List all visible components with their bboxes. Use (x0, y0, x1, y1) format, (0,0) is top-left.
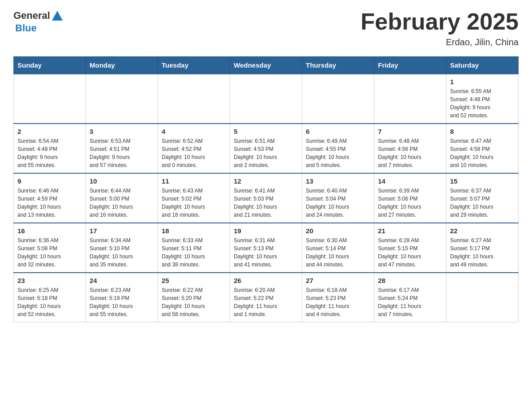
day-number: 21 (378, 227, 442, 235)
day-number: 13 (306, 177, 370, 185)
calendar-cell: 4Sunrise: 6:52 AM Sunset: 4:52 PM Daylig… (158, 124, 230, 173)
calendar-cell: 19Sunrise: 6:31 AM Sunset: 5:13 PM Dayli… (230, 223, 302, 273)
calendar-title: February 2025 (360, 9, 519, 34)
day-info: Sunrise: 6:52 AM Sunset: 4:52 PM Dayligh… (162, 137, 226, 169)
calendar-cell: 28Sunrise: 6:17 AM Sunset: 5:24 PM Dayli… (374, 273, 446, 322)
day-info: Sunrise: 6:28 AM Sunset: 5:15 PM Dayligh… (378, 236, 442, 269)
calendar-cell: 6Sunrise: 6:49 AM Sunset: 4:55 PM Daylig… (302, 124, 374, 173)
calendar-cell (302, 74, 374, 124)
calendar-cell: 17Sunrise: 6:34 AM Sunset: 5:10 PM Dayli… (86, 223, 158, 273)
day-number: 28 (378, 277, 442, 284)
day-info: Sunrise: 6:34 AM Sunset: 5:10 PM Dayligh… (90, 236, 154, 269)
calendar-cell: 13Sunrise: 6:40 AM Sunset: 5:04 PM Dayli… (302, 173, 374, 223)
calendar-week-row: 23Sunrise: 6:25 AM Sunset: 5:18 PM Dayli… (14, 273, 519, 322)
day-info: Sunrise: 6:18 AM Sunset: 5:23 PM Dayligh… (306, 286, 370, 318)
day-info: Sunrise: 6:43 AM Sunset: 5:02 PM Dayligh… (162, 187, 226, 219)
calendar-cell: 18Sunrise: 6:33 AM Sunset: 5:11 PM Dayli… (158, 223, 230, 273)
calendar-cell (14, 74, 86, 124)
day-info: Sunrise: 6:41 AM Sunset: 5:03 PM Dayligh… (234, 187, 298, 219)
weekday-header-thursday: Thursday (302, 57, 374, 74)
calendar-cell: 25Sunrise: 6:22 AM Sunset: 5:20 PM Dayli… (158, 273, 230, 322)
title-block: February 2025 Erdao, Jilin, China (360, 9, 519, 47)
day-number: 23 (17, 277, 82, 284)
day-info: Sunrise: 6:20 AM Sunset: 5:22 PM Dayligh… (234, 286, 298, 318)
calendar-table: SundayMondayTuesdayWednesdayThursdayFrid… (13, 56, 519, 322)
weekday-header-wednesday: Wednesday (230, 57, 302, 74)
day-info: Sunrise: 6:46 AM Sunset: 4:59 PM Dayligh… (17, 187, 82, 219)
day-number: 17 (90, 227, 154, 235)
calendar-cell: 23Sunrise: 6:25 AM Sunset: 5:18 PM Dayli… (14, 273, 86, 322)
day-number: 25 (162, 277, 226, 284)
day-info: Sunrise: 6:49 AM Sunset: 4:55 PM Dayligh… (306, 137, 370, 169)
day-number: 2 (17, 128, 82, 135)
weekday-header-friday: Friday (374, 57, 446, 74)
calendar-week-row: 9Sunrise: 6:46 AM Sunset: 4:59 PM Daylig… (14, 173, 519, 223)
day-number: 3 (90, 128, 154, 135)
calendar-subtitle: Erdao, Jilin, China (360, 37, 519, 47)
calendar-cell: 12Sunrise: 6:41 AM Sunset: 5:03 PM Dayli… (230, 173, 302, 223)
calendar-week-row: 1Sunrise: 6:55 AM Sunset: 4:48 PM Daylig… (14, 74, 519, 124)
weekday-header-sunday: Sunday (14, 57, 86, 74)
day-info: Sunrise: 6:37 AM Sunset: 5:07 PM Dayligh… (450, 187, 515, 219)
calendar-cell: 26Sunrise: 6:20 AM Sunset: 5:22 PM Dayli… (230, 273, 302, 322)
calendar-cell: 7Sunrise: 6:48 AM Sunset: 4:56 PM Daylig… (374, 124, 446, 173)
calendar-cell: 5Sunrise: 6:51 AM Sunset: 4:53 PM Daylig… (230, 124, 302, 173)
weekday-header-row: SundayMondayTuesdayWednesdayThursdayFrid… (14, 57, 519, 74)
logo: General Blue (13, 9, 64, 34)
day-info: Sunrise: 6:17 AM Sunset: 5:24 PM Dayligh… (378, 286, 442, 318)
day-number: 6 (306, 128, 370, 135)
calendar-cell (374, 74, 446, 124)
day-number: 27 (306, 277, 370, 284)
calendar-cell: 15Sunrise: 6:37 AM Sunset: 5:07 PM Dayli… (446, 173, 519, 223)
day-number: 20 (306, 227, 370, 235)
calendar-cell: 20Sunrise: 6:30 AM Sunset: 5:14 PM Dayli… (302, 223, 374, 273)
day-info: Sunrise: 6:27 AM Sunset: 5:17 PM Dayligh… (450, 236, 515, 269)
day-number: 1 (450, 78, 515, 86)
calendar-cell: 24Sunrise: 6:23 AM Sunset: 5:19 PM Dayli… (86, 273, 158, 322)
calendar-cell (230, 74, 302, 124)
calendar-cell: 16Sunrise: 6:36 AM Sunset: 5:08 PM Dayli… (14, 223, 86, 273)
day-number: 4 (162, 128, 226, 135)
svg-marker-0 (52, 11, 63, 21)
day-info: Sunrise: 6:39 AM Sunset: 5:06 PM Dayligh… (378, 187, 442, 219)
calendar-week-row: 2Sunrise: 6:54 AM Sunset: 4:49 PM Daylig… (14, 124, 519, 173)
day-number: 10 (90, 177, 154, 185)
day-info: Sunrise: 6:33 AM Sunset: 5:11 PM Dayligh… (162, 236, 226, 269)
logo-triangle-icon (51, 10, 64, 22)
day-number: 5 (234, 128, 298, 135)
weekday-header-monday: Monday (86, 57, 158, 74)
day-number: 24 (90, 277, 154, 284)
calendar-cell: 9Sunrise: 6:46 AM Sunset: 4:59 PM Daylig… (14, 173, 86, 223)
calendar-cell: 2Sunrise: 6:54 AM Sunset: 4:49 PM Daylig… (14, 124, 86, 173)
calendar-cell: 27Sunrise: 6:18 AM Sunset: 5:23 PM Dayli… (302, 273, 374, 322)
logo-blue: Blue (15, 22, 37, 34)
calendar-cell (86, 74, 158, 124)
day-info: Sunrise: 6:51 AM Sunset: 4:53 PM Dayligh… (234, 137, 298, 169)
day-number: 8 (450, 128, 515, 135)
day-info: Sunrise: 6:30 AM Sunset: 5:14 PM Dayligh… (306, 236, 370, 269)
calendar-cell: 21Sunrise: 6:28 AM Sunset: 5:15 PM Dayli… (374, 223, 446, 273)
day-number: 22 (450, 227, 515, 235)
calendar-cell: 11Sunrise: 6:43 AM Sunset: 5:02 PM Dayli… (158, 173, 230, 223)
day-number: 26 (234, 277, 298, 284)
day-info: Sunrise: 6:48 AM Sunset: 4:56 PM Dayligh… (378, 137, 442, 169)
logo-general: General (13, 10, 50, 21)
day-info: Sunrise: 6:53 AM Sunset: 4:51 PM Dayligh… (90, 137, 154, 169)
day-number: 7 (378, 128, 442, 135)
day-number: 15 (450, 177, 515, 185)
day-info: Sunrise: 6:23 AM Sunset: 5:19 PM Dayligh… (90, 286, 154, 318)
calendar-cell: 14Sunrise: 6:39 AM Sunset: 5:06 PM Dayli… (374, 173, 446, 223)
calendar-cell: 22Sunrise: 6:27 AM Sunset: 5:17 PM Dayli… (446, 223, 519, 273)
page-header: General Blue February 2025 Erdao, Jilin,… (13, 9, 519, 47)
day-number: 16 (17, 227, 82, 235)
day-info: Sunrise: 6:54 AM Sunset: 4:49 PM Dayligh… (17, 137, 82, 169)
calendar-cell: 10Sunrise: 6:44 AM Sunset: 5:00 PM Dayli… (86, 173, 158, 223)
calendar-week-row: 16Sunrise: 6:36 AM Sunset: 5:08 PM Dayli… (14, 223, 519, 273)
day-number: 11 (162, 177, 226, 185)
day-number: 18 (162, 227, 226, 235)
calendar-cell: 8Sunrise: 6:47 AM Sunset: 4:58 PM Daylig… (446, 124, 519, 173)
day-number: 14 (378, 177, 442, 185)
calendar-cell: 3Sunrise: 6:53 AM Sunset: 4:51 PM Daylig… (86, 124, 158, 173)
day-info: Sunrise: 6:55 AM Sunset: 4:48 PM Dayligh… (450, 87, 515, 120)
day-info: Sunrise: 6:47 AM Sunset: 4:58 PM Dayligh… (450, 137, 515, 169)
